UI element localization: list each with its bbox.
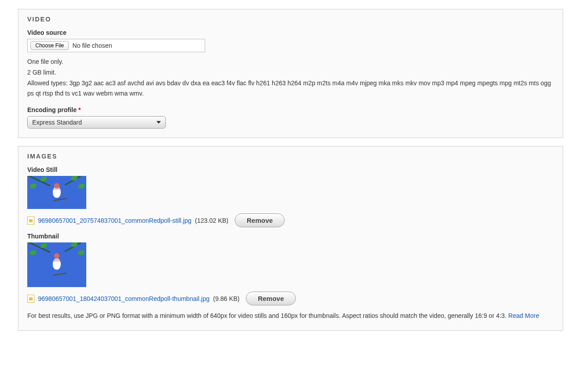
required-marker: *: [78, 106, 80, 113]
chevron-down-icon: [156, 121, 161, 124]
video-panel-title: VIDEO: [27, 16, 554, 23]
video-still-filename-link[interactable]: 96980657001_207574837001_commonRedpoll-s…: [38, 217, 191, 224]
read-more-link[interactable]: Read More: [508, 312, 539, 319]
choose-file-button[interactable]: Choose File: [30, 41, 69, 50]
video-panel: VIDEO Video source Choose File No file c…: [18, 9, 563, 138]
image-file-icon: [27, 295, 34, 303]
encoding-profile-label: Encoding profile *: [27, 106, 554, 113]
remove-video-still-button[interactable]: Remove: [235, 213, 285, 227]
images-hint-text: For best results, use JPG or PNG format …: [27, 312, 508, 319]
video-source-field: Video source Choose File No file chosen …: [27, 29, 554, 99]
video-still-label: Video Still: [27, 166, 554, 173]
images-hint: For best results, use JPG or PNG format …: [27, 311, 554, 321]
images-panel-title: IMAGES: [27, 153, 554, 160]
video-source-label: Video source: [27, 29, 554, 36]
image-file-icon: [27, 217, 34, 225]
video-still-file-row: 96980657001_207574837001_commonRedpoll-s…: [27, 213, 554, 227]
encoding-profile-field: Encoding profile * Express Standard: [27, 106, 554, 129]
help-allowed-types: Allowed types: 3gp 3g2 aac ac3 asf avchd…: [27, 78, 554, 100]
encoding-profile-label-text: Encoding profile: [27, 106, 76, 113]
video-still-filesize: (123.02 KB): [195, 217, 228, 224]
thumbnail-filename-link[interactable]: 96980657001_180424037001_commonRedpoll-t…: [38, 295, 210, 302]
help-size-limit: 2 GB limit.: [27, 67, 554, 78]
thumbnail-thumbnail: [27, 242, 86, 287]
encoding-profile-select[interactable]: Express Standard: [27, 116, 166, 129]
thumbnail-file-row: 96980657001_180424037001_commonRedpoll-t…: [27, 292, 554, 305]
file-chosen-status: No file chosen: [72, 42, 112, 49]
encoding-profile-selected: Express Standard: [32, 119, 82, 126]
remove-thumbnail-button[interactable]: Remove: [246, 292, 296, 305]
thumbnail-label: Thumbnail: [27, 233, 554, 240]
help-one-file: One file only.: [27, 57, 554, 67]
thumbnail-filesize: (9.86 KB): [213, 295, 240, 302]
images-panel: IMAGES Video Still 96980657001_207574837…: [18, 146, 563, 331]
video-still-thumbnail: [27, 176, 86, 209]
video-source-file-input[interactable]: Choose File No file chosen: [27, 39, 205, 52]
